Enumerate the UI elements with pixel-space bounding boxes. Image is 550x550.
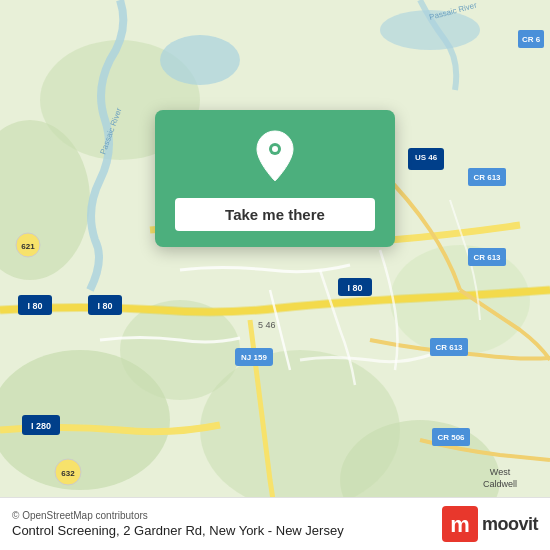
map-background: I 80 I 80 I 280 I 80 US 46 621 CR 6 CR 6… xyxy=(0,0,550,550)
location-name: Control Screening, 2 Gardner Rd, New Yor… xyxy=(12,523,344,538)
svg-point-8 xyxy=(160,35,240,85)
svg-text:CR 613: CR 613 xyxy=(435,343,463,352)
svg-text:621: 621 xyxy=(21,242,35,251)
map-container: I 80 I 80 I 280 I 80 US 46 621 CR 6 CR 6… xyxy=(0,0,550,550)
svg-text:NJ 159: NJ 159 xyxy=(241,353,267,362)
svg-text:632: 632 xyxy=(61,469,75,478)
svg-text:West: West xyxy=(490,467,511,477)
svg-text:I 80: I 80 xyxy=(27,301,42,311)
svg-text:CR 6: CR 6 xyxy=(522,35,541,44)
svg-text:5 46: 5 46 xyxy=(258,320,276,330)
bottom-bar: © OpenStreetMap contributors Control Scr… xyxy=(0,497,550,550)
svg-text:I 280: I 280 xyxy=(31,421,51,431)
svg-text:US 46: US 46 xyxy=(415,153,438,162)
svg-text:CR 613: CR 613 xyxy=(473,173,501,182)
svg-text:I 80: I 80 xyxy=(347,283,362,293)
location-card: Take me there xyxy=(155,110,395,247)
bottom-info: © OpenStreetMap contributors Control Scr… xyxy=(12,510,344,538)
svg-text:m: m xyxy=(450,512,470,537)
take-me-there-button[interactable]: Take me there xyxy=(175,198,375,231)
moovit-logo: m moovit xyxy=(442,506,538,542)
moovit-icon: m xyxy=(442,506,478,542)
svg-text:I 80: I 80 xyxy=(97,301,112,311)
osm-credit: © OpenStreetMap contributors xyxy=(12,510,344,521)
svg-text:Caldwell: Caldwell xyxy=(483,479,517,489)
moovit-text: moovit xyxy=(482,514,538,535)
svg-text:CR 506: CR 506 xyxy=(437,433,465,442)
svg-text:CR 613: CR 613 xyxy=(473,253,501,262)
svg-point-42 xyxy=(272,146,278,152)
location-pin-icon xyxy=(247,128,303,184)
